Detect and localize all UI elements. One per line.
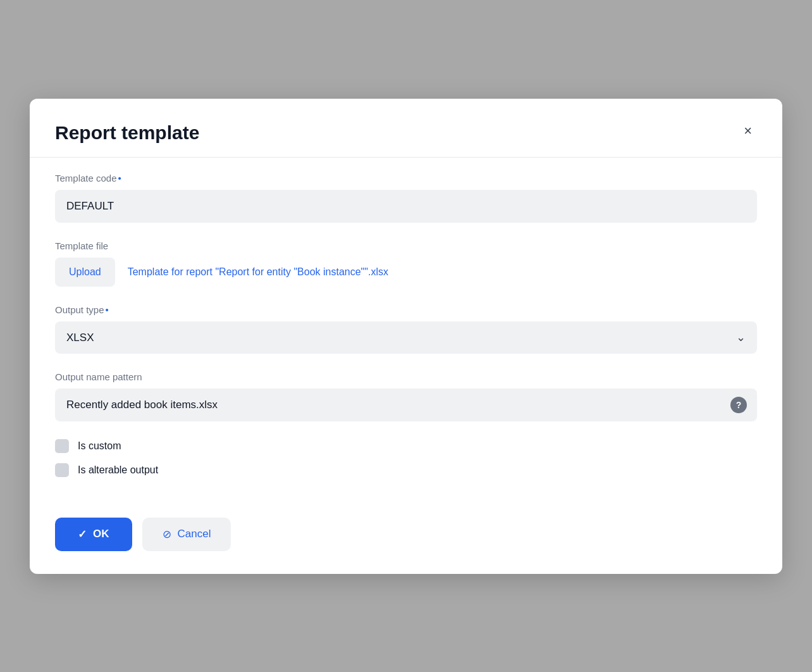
report-template-dialog: Report template × Template code• Templat… [30, 99, 782, 574]
output-name-pattern-group: Output name pattern ? [55, 371, 757, 421]
template-file-group: Template file Upload Template for report… [55, 240, 757, 287]
help-icon[interactable]: ? [730, 397, 747, 413]
close-button[interactable]: × [739, 121, 757, 140]
template-code-label: Template code• [55, 173, 757, 184]
cancel-button[interactable]: ⊘ Cancel [142, 518, 231, 551]
header-divider [30, 157, 782, 158]
required-dot-output: • [106, 304, 109, 315]
output-name-pattern-input-wrapper: ? [55, 389, 757, 421]
output-name-pattern-input[interactable] [55, 389, 757, 421]
is-custom-row[interactable]: Is custom [55, 439, 757, 453]
dialog-header: Report template × [30, 99, 782, 157]
is-custom-label: Is custom [78, 440, 121, 452]
file-link[interactable]: Template for report "Report for entity "… [128, 266, 388, 278]
dialog-overlay: Report template × Template code• Templat… [0, 0, 812, 672]
checkbox-group: Is custom Is alterable output [55, 439, 757, 477]
template-code-group: Template code• [55, 173, 757, 223]
file-row: Upload Template for report "Report for e… [55, 258, 757, 287]
output-type-group: Output type• XLSX PDF CSV DOCX ⌄ [55, 304, 757, 354]
is-custom-checkbox[interactable] [55, 439, 69, 453]
dialog-title: Report template [55, 121, 199, 144]
ok-label: OK [93, 528, 109, 540]
dialog-footer: ✓ OK ⊘ Cancel [30, 518, 782, 574]
is-alterable-output-row[interactable]: Is alterable output [55, 463, 757, 477]
ok-check-icon: ✓ [78, 528, 87, 541]
output-type-label: Output type• [55, 304, 757, 315]
ok-button[interactable]: ✓ OK [55, 518, 132, 551]
cancel-label: Cancel [178, 528, 211, 540]
required-dot: • [118, 173, 121, 184]
is-alterable-output-label: Is alterable output [78, 464, 158, 476]
output-name-pattern-label: Output name pattern [55, 371, 757, 382]
output-type-select-wrapper: XLSX PDF CSV DOCX ⌄ [55, 321, 757, 354]
cancel-icon: ⊘ [163, 528, 171, 541]
is-alterable-output-checkbox[interactable] [55, 463, 69, 477]
template-file-label: Template file [55, 240, 757, 251]
output-type-select[interactable]: XLSX PDF CSV DOCX [55, 321, 757, 354]
template-code-input[interactable] [55, 190, 757, 223]
dialog-body: Template code• Template file Upload Temp… [30, 163, 782, 518]
upload-button[interactable]: Upload [55, 258, 115, 287]
